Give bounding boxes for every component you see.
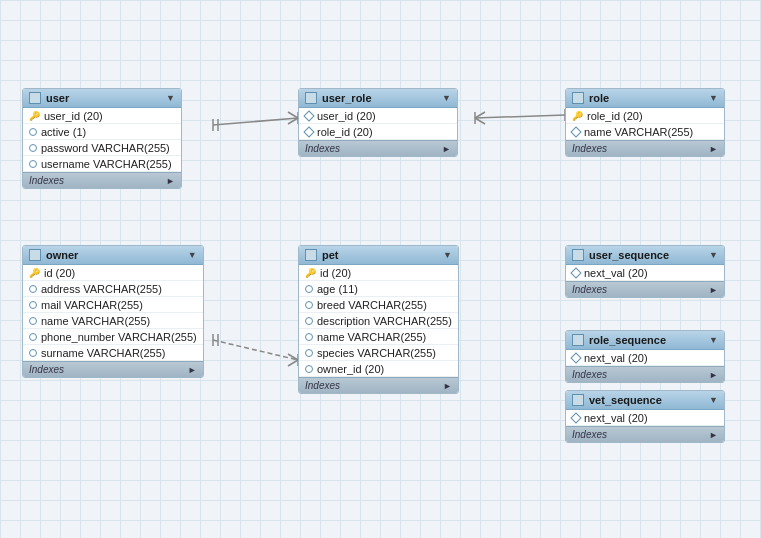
circle-icon <box>29 349 37 357</box>
table-field-row: name VARCHAR(255) <box>23 313 203 329</box>
table-collapse-arrow[interactable]: ▼ <box>709 93 718 103</box>
indexes-expand-arrow[interactable]: ► <box>709 144 718 154</box>
table-icon <box>305 249 317 261</box>
field-name: next_val (20) <box>584 352 648 364</box>
table-collapse-arrow[interactable]: ▼ <box>709 335 718 345</box>
table-field-row: phone_number VARCHAR(255) <box>23 329 203 345</box>
svg-line-4 <box>288 112 298 118</box>
table-field-row: 🔑user_id (20) <box>23 108 181 124</box>
indexes-bar[interactable]: Indexes► <box>566 140 724 156</box>
table-collapse-arrow[interactable]: ▼ <box>443 250 452 260</box>
field-name: owner_id (20) <box>317 363 384 375</box>
diamond-icon <box>570 412 581 423</box>
table-field-row: next_val (20) <box>566 350 724 366</box>
table-header-role[interactable]: role▼ <box>566 89 724 108</box>
field-name: user_id (20) <box>44 110 103 122</box>
table-header-pet[interactable]: pet▼ <box>299 246 458 265</box>
table-title: user_sequence <box>589 249 704 261</box>
table-field-row: user_id (20) <box>299 108 457 124</box>
table-header-user_sequence[interactable]: user_sequence▼ <box>566 246 724 265</box>
indexes-bar[interactable]: Indexes► <box>23 172 181 188</box>
table-icon <box>29 249 41 261</box>
table-user_sequence: user_sequence▼next_val (20)Indexes► <box>565 245 725 298</box>
table-field-row: mail VARCHAR(255) <box>23 297 203 313</box>
indexes-bar[interactable]: Indexes► <box>566 426 724 442</box>
table-field-row: age (11) <box>299 281 458 297</box>
key-icon: 🔑 <box>572 111 583 121</box>
table-user_role: user_role▼user_id (20)role_id (20)Indexe… <box>298 88 458 157</box>
key-icon: 🔑 <box>29 268 40 278</box>
table-field-row: 🔑id (20) <box>299 265 458 281</box>
table-title: pet <box>322 249 438 261</box>
table-icon <box>572 394 584 406</box>
circle-icon <box>29 317 37 325</box>
field-name: breed VARCHAR(255) <box>317 299 427 311</box>
circle-icon <box>305 365 313 373</box>
table-role_sequence: role_sequence▼next_val (20)Indexes► <box>565 330 725 383</box>
table-field-row: name VARCHAR(255) <box>299 329 458 345</box>
svg-line-16 <box>288 354 298 360</box>
svg-line-11 <box>475 118 485 124</box>
table-collapse-arrow[interactable]: ▼ <box>188 250 197 260</box>
table-collapse-arrow[interactable]: ▼ <box>709 395 718 405</box>
diamond-icon <box>303 110 314 121</box>
indexes-expand-arrow[interactable]: ► <box>442 144 451 154</box>
indexes-expand-arrow[interactable]: ► <box>709 370 718 380</box>
indexes-bar[interactable]: Indexes► <box>23 361 203 377</box>
svg-line-0 <box>213 118 298 125</box>
table-field-row: name VARCHAR(255) <box>566 124 724 140</box>
field-name: next_val (20) <box>584 267 648 279</box>
field-name: species VARCHAR(255) <box>317 347 436 359</box>
table-title: role_sequence <box>589 334 704 346</box>
table-header-user_role[interactable]: user_role▼ <box>299 89 457 108</box>
indexes-expand-arrow[interactable]: ► <box>188 365 197 375</box>
indexes-expand-arrow[interactable]: ► <box>443 381 452 391</box>
indexes-bar[interactable]: Indexes► <box>299 377 458 393</box>
diamond-icon <box>570 126 581 137</box>
table-field-row: breed VARCHAR(255) <box>299 297 458 313</box>
table-field-row: role_id (20) <box>299 124 457 140</box>
field-name: mail VARCHAR(255) <box>41 299 143 311</box>
table-field-row: password VARCHAR(255) <box>23 140 181 156</box>
field-name: description VARCHAR(255) <box>317 315 452 327</box>
indexes-expand-arrow[interactable]: ► <box>166 176 175 186</box>
diamond-icon <box>303 126 314 137</box>
indexes-label: Indexes <box>572 143 607 154</box>
field-name: address VARCHAR(255) <box>41 283 162 295</box>
table-field-row: next_val (20) <box>566 410 724 426</box>
table-header-role_sequence[interactable]: role_sequence▼ <box>566 331 724 350</box>
table-pet: pet▼🔑id (20)age (11)breed VARCHAR(255)de… <box>298 245 459 394</box>
table-icon <box>305 92 317 104</box>
table-field-row: username VARCHAR(255) <box>23 156 181 172</box>
table-field-row: surname VARCHAR(255) <box>23 345 203 361</box>
circle-icon <box>29 160 37 168</box>
table-header-user[interactable]: user▼ <box>23 89 181 108</box>
table-header-vet_sequence[interactable]: vet_sequence▼ <box>566 391 724 410</box>
indexes-expand-arrow[interactable]: ► <box>709 430 718 440</box>
circle-icon <box>29 128 37 136</box>
indexes-bar[interactable]: Indexes► <box>299 140 457 156</box>
field-name: id (20) <box>320 267 351 279</box>
circle-icon <box>305 301 313 309</box>
table-header-owner[interactable]: owner▼ <box>23 246 203 265</box>
diamond-icon <box>570 352 581 363</box>
circle-icon <box>29 144 37 152</box>
indexes-label: Indexes <box>29 175 64 186</box>
field-name: name VARCHAR(255) <box>584 126 693 138</box>
table-field-row: 🔑role_id (20) <box>566 108 724 124</box>
table-field-row: species VARCHAR(255) <box>299 345 458 361</box>
table-icon <box>572 334 584 346</box>
table-title: vet_sequence <box>589 394 704 406</box>
svg-line-6 <box>475 115 565 118</box>
indexes-label: Indexes <box>572 369 607 380</box>
indexes-expand-arrow[interactable]: ► <box>709 285 718 295</box>
table-collapse-arrow[interactable]: ▼ <box>166 93 175 103</box>
indexes-bar[interactable]: Indexes► <box>566 366 724 382</box>
table-collapse-arrow[interactable]: ▼ <box>709 250 718 260</box>
table-collapse-arrow[interactable]: ▼ <box>442 93 451 103</box>
table-icon <box>572 249 584 261</box>
indexes-bar[interactable]: Indexes► <box>566 281 724 297</box>
svg-line-12 <box>213 340 298 360</box>
table-icon <box>29 92 41 104</box>
table-title: user <box>46 92 161 104</box>
